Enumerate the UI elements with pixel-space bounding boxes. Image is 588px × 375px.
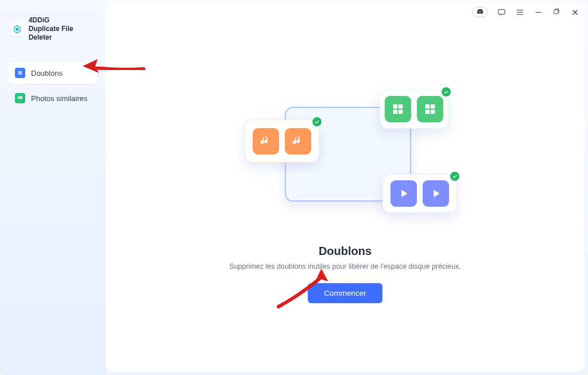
svg-rect-6 — [554, 10, 558, 14]
maximize-button[interactable] — [551, 7, 562, 17]
check-badge-icon — [440, 86, 452, 98]
page-heading: Doublons — [319, 245, 372, 258]
check-badge-icon — [311, 116, 323, 127]
app-title: 4DDiG Duplicate File Deleter — [29, 16, 98, 42]
menu-icon[interactable] — [514, 7, 525, 17]
sidebar-item-label: Photos similaires — [31, 94, 87, 103]
logo-icon — [10, 22, 24, 36]
orange-tiles — [245, 119, 319, 163]
discord-button[interactable] — [472, 7, 488, 17]
hero-illustration — [259, 95, 431, 210]
app-brand: 4DDiG Duplicate File Deleter — [8, 16, 98, 42]
minimize-button[interactable] — [533, 7, 543, 17]
svg-rect-2 — [18, 74, 22, 74]
files-icon — [15, 68, 25, 78]
feedback-icon[interactable] — [496, 7, 506, 17]
svg-rect-1 — [18, 72, 22, 73]
svg-rect-0 — [18, 71, 22, 72]
page-subheading: Supprimez les doublons inutiles pour lib… — [206, 262, 483, 270]
close-button[interactable] — [570, 7, 580, 17]
sidebar-item-duplicates[interactable]: Doublons — [8, 62, 98, 84]
check-badge-icon — [449, 171, 461, 182]
start-button[interactable]: Commencer — [308, 283, 382, 303]
sidebar-item-similar-photos[interactable]: Photos similaires — [8, 87, 98, 109]
image-icon — [15, 93, 25, 103]
green-tiles — [380, 90, 448, 129]
sidebar-item-label: Doublons — [31, 69, 63, 78]
svg-rect-5 — [498, 9, 504, 14]
svg-point-4 — [19, 97, 20, 98]
purple-tiles — [382, 174, 457, 213]
